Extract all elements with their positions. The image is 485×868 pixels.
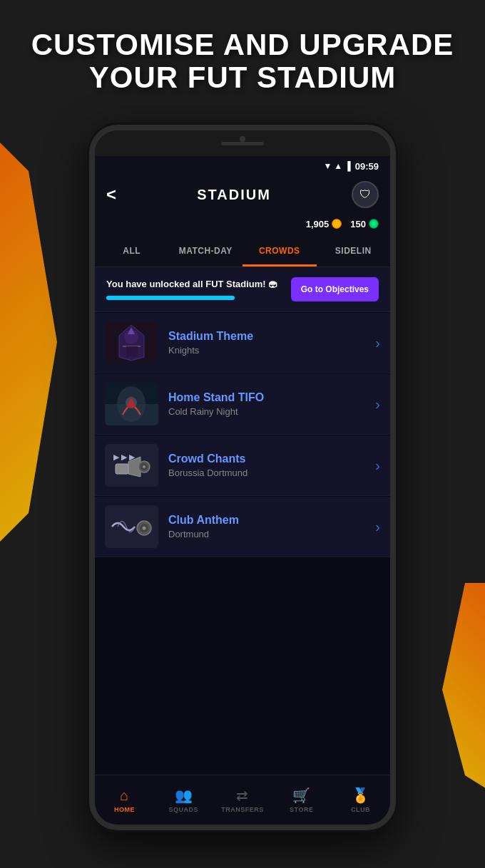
anthem-thumbnail xyxy=(105,505,158,548)
tab-all[interactable]: ALL xyxy=(95,234,169,267)
svg-point-20 xyxy=(143,527,146,530)
tifo-arrow: › xyxy=(375,396,380,413)
points-value: 150 xyxy=(350,219,366,229)
list-item[interactable]: Stadium Theme Knights › xyxy=(95,313,390,373)
tifo-artwork xyxy=(105,383,158,425)
signal-icon: ▲ xyxy=(334,161,342,171)
stadium-theme-info: Stadium Theme Knights xyxy=(168,330,368,356)
signal-icons: ▼ ▲ ▐ xyxy=(323,161,350,171)
speaker xyxy=(221,142,264,145)
currency-bar: 1,905 150 xyxy=(95,213,390,234)
shield-icon[interactable]: 🛡 xyxy=(352,181,379,208)
unlock-message: You have unlocked all FUT Stadium! 🏟 xyxy=(106,279,282,291)
svg-point-16 xyxy=(143,465,146,468)
flame-decoration-right xyxy=(442,583,485,797)
transfers-icon: ⇄ xyxy=(236,787,248,804)
hero-text: CUSTOMISE AND UPGRADE YOUR FUT STADIUM xyxy=(0,21,485,101)
chants-artwork: ▶ ▶ ▶ xyxy=(105,444,158,487)
back-button[interactable]: < xyxy=(106,185,116,205)
flame-decoration-left xyxy=(0,128,57,556)
background: CUSTOMISE AND UPGRADE YOUR FUT STADIUM ▼… xyxy=(0,0,485,868)
tifo-subtitle: Cold Rainy Night xyxy=(168,406,368,417)
nav-store[interactable]: 🛒 STORE xyxy=(272,787,331,813)
hero-line2: YOUR FUT STADIUM xyxy=(29,61,456,94)
club-label: CLUB xyxy=(351,806,370,813)
nav-transfers[interactable]: ⇄ TRANSFERS xyxy=(213,787,272,813)
tifo-info: Home Stand TIFO Cold Rainy Night xyxy=(168,391,368,417)
hero-line1: CUSTOMISE AND UPGRADE xyxy=(29,29,456,61)
stadium-theme-thumbnail xyxy=(105,321,158,364)
svg-text:▶ ▶ ▶: ▶ ▶ ▶ xyxy=(113,453,136,461)
tab-sidelin[interactable]: SIDELIN xyxy=(317,234,391,267)
gold-coin-icon xyxy=(332,219,342,229)
bottom-nav: ⌂ HOME 👥 SQUADS ⇄ TRANSFERS 🛒 STORE 🏅 xyxy=(95,775,390,825)
anthem-title: Club Anthem xyxy=(168,514,368,527)
home-icon: ⌂ xyxy=(120,787,128,804)
anthem-arrow: › xyxy=(375,519,380,535)
list-item[interactable]: ▶ ▶ ▶ Crowd Chants Borussia Dortmund xyxy=(95,435,390,496)
anthem-info: Club Anthem Dortmund xyxy=(168,514,368,539)
stadium-theme-title: Stadium Theme xyxy=(168,330,368,343)
coins-display: 1,905 xyxy=(306,219,342,229)
anthem-subtitle: Dortmund xyxy=(168,529,368,539)
svg-rect-5 xyxy=(126,346,138,357)
progress-bar-bg xyxy=(106,296,235,300)
app-header: < STADIUM 🛡 xyxy=(95,176,390,213)
svg-rect-12 xyxy=(116,464,128,474)
club-icon: 🏅 xyxy=(352,787,369,804)
tabs-container: ALL MATCH-DAY CROWDS SIDELIN xyxy=(95,234,390,267)
phone-notch xyxy=(95,130,390,156)
tab-match-day[interactable]: MATCH-DAY xyxy=(169,234,243,267)
store-icon: 🛒 xyxy=(292,787,310,804)
objectives-button[interactable]: Go to Objectives xyxy=(291,277,379,301)
store-label: STORE xyxy=(290,806,313,813)
chants-subtitle: Borussia Dortmund xyxy=(168,467,368,478)
home-label: HOME xyxy=(114,806,135,813)
battery-icon: ▐ xyxy=(344,161,351,171)
unlock-text-block: You have unlocked all FUT Stadium! 🏟 xyxy=(106,279,282,301)
stadium-theme-arrow: › xyxy=(375,335,380,351)
green-coin-icon xyxy=(369,219,379,229)
unlock-banner: You have unlocked all FUT Stadium! 🏟 Go … xyxy=(95,267,390,312)
coins-value: 1,905 xyxy=(306,219,330,229)
transfers-label: TRANSFERS xyxy=(221,806,264,813)
content-area: You have unlocked all FUT Stadium! 🏟 Go … xyxy=(95,267,390,775)
tifo-title: Home Stand TIFO xyxy=(168,391,368,404)
status-bar: ▼ ▲ ▐ 09:59 xyxy=(95,156,390,176)
squads-icon: 👥 xyxy=(175,787,193,804)
phone-frame: ▼ ▲ ▐ 09:59 < STADIUM 🛡 1,905 150 xyxy=(89,125,396,830)
chants-thumbnail: ▶ ▶ ▶ xyxy=(105,444,158,487)
phone-screen: ▼ ▲ ▐ 09:59 < STADIUM 🛡 1,905 150 xyxy=(95,156,390,825)
camera-notch xyxy=(240,136,245,142)
nav-club[interactable]: 🏅 CLUB xyxy=(331,787,390,813)
progress-bar-fill xyxy=(106,296,235,300)
list-item[interactable]: Home Stand TIFO Cold Rainy Night › xyxy=(95,374,390,435)
chants-title: Crowd Chants xyxy=(168,453,368,465)
squads-label: SQUADS xyxy=(168,806,198,813)
wifi-icon: ▼ xyxy=(323,161,332,171)
header-title: STADIUM xyxy=(197,187,271,203)
tifo-thumbnail xyxy=(105,383,158,425)
chants-info: Crowd Chants Borussia Dortmund xyxy=(168,453,368,478)
chants-arrow: › xyxy=(375,458,380,474)
knights-artwork xyxy=(105,321,158,364)
list-item[interactable]: Club Anthem Dortmund › xyxy=(95,497,390,557)
nav-home[interactable]: ⌂ HOME xyxy=(95,787,154,813)
tab-crowds[interactable]: CROWDS xyxy=(242,234,317,267)
status-time: 09:59 xyxy=(355,161,379,172)
anthem-artwork xyxy=(105,505,158,548)
nav-squads[interactable]: 👥 SQUADS xyxy=(154,787,213,813)
points-display: 150 xyxy=(350,219,379,229)
stadium-theme-subtitle: Knights xyxy=(168,345,368,356)
